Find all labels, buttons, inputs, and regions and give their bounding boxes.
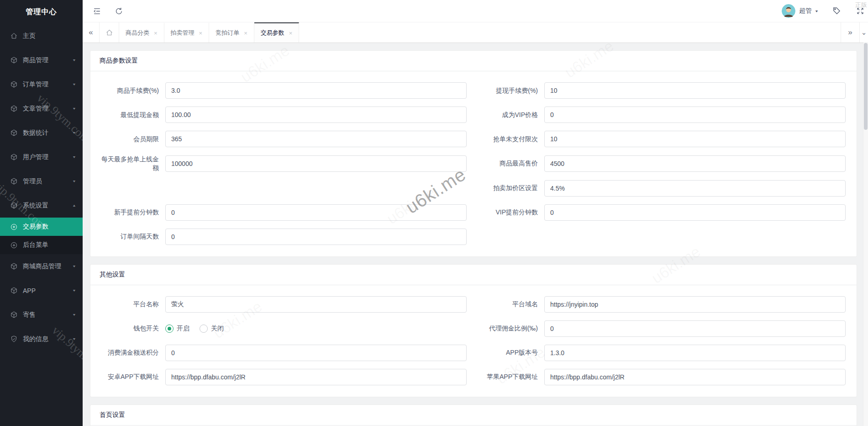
- close-icon[interactable]: ×: [289, 30, 293, 37]
- close-icon[interactable]: ×: [199, 30, 203, 37]
- sidebar-item-articles[interactable]: 文章管理 ▼: [0, 96, 83, 121]
- caret-down-icon: ▼: [72, 131, 76, 135]
- topbar-right: 超管 ▼: [782, 0, 842, 22]
- platform-name-input[interactable]: [165, 296, 467, 313]
- platform-domain-label: 平台域名: [480, 300, 538, 309]
- cube-icon: [10, 202, 18, 209]
- sidebar-item-mall-goods[interactable]: 商城商品管理 ▼: [0, 254, 83, 278]
- cube-icon: [10, 153, 18, 161]
- sidebar-item-home[interactable]: 主页: [0, 24, 83, 48]
- caret-down-icon: ▼: [72, 337, 76, 341]
- sidebar-item-system-settings[interactable]: 系统设置 ▲: [0, 193, 83, 218]
- sidebar-item-my-info[interactable]: 我的信息 ▼: [0, 327, 83, 351]
- withdraw-fee-label: 提现手续费(%): [480, 86, 538, 95]
- order-gap-days-input[interactable]: [165, 229, 467, 245]
- close-icon[interactable]: ×: [244, 30, 247, 37]
- home-tab[interactable]: [100, 22, 119, 43]
- app-version-input[interactable]: [544, 345, 846, 361]
- tab-trade-params[interactable]: 交易参数 ×: [254, 22, 300, 43]
- cube-icon: [10, 287, 18, 294]
- scrollbar-track[interactable]: [863, 42, 868, 426]
- tag-icon[interactable]: [831, 5, 842, 17]
- member-days-input[interactable]: [165, 131, 467, 147]
- close-icon[interactable]: ×: [154, 30, 158, 37]
- tabs-menu-button[interactable]: ⌄: [859, 22, 868, 43]
- app-title: 管理中心: [0, 0, 83, 24]
- daily-max-label: 每天最多抢单上线金额: [101, 155, 159, 172]
- section-title: 首页设置: [90, 405, 857, 426]
- wallet-switch-radio-group: 开启 关闭: [165, 325, 234, 333]
- sidebar-item-trade-params[interactable]: 交易参数: [0, 218, 83, 236]
- sidebar-item-stats[interactable]: 数据统计 ▼: [0, 121, 83, 145]
- refresh-icon[interactable]: [113, 5, 125, 17]
- caret-down-icon: ▼: [72, 180, 76, 183]
- unpaid-limit-input[interactable]: [544, 131, 846, 147]
- plus-circle-icon: [10, 223, 18, 231]
- sidebar-item-orders[interactable]: 订单管理 ▼: [0, 72, 83, 96]
- wallet-on-radio[interactable]: [165, 325, 174, 333]
- tab-auction-manage[interactable]: 拍卖管理 ×: [164, 22, 210, 43]
- android-url-input[interactable]: [165, 369, 467, 385]
- scrollbar-thumb[interactable]: [864, 43, 868, 130]
- member-days-label: 会员期限: [101, 135, 159, 144]
- agent-commission-input[interactable]: [544, 320, 846, 337]
- tab-goods-category[interactable]: 商品分类 ×: [119, 22, 164, 43]
- caret-down-icon: ▼: [72, 59, 76, 62]
- tabbar-right: » ⌄: [841, 22, 868, 43]
- platform-domain-input[interactable]: [544, 296, 846, 313]
- sidebar-item-app[interactable]: APP ▼: [0, 278, 83, 303]
- cube-icon: [10, 129, 18, 137]
- section-other-settings: 其他设置 平台名称 平台域名 钱包开关: [90, 264, 857, 397]
- withdraw-fee-input[interactable]: [544, 82, 846, 99]
- goods-fee-input[interactable]: [165, 82, 467, 99]
- caret-down-icon: ▼: [72, 265, 76, 268]
- shield-check-icon: [10, 335, 18, 343]
- goods-fee-label: 商品手续费(%): [101, 86, 159, 95]
- cube-icon: [10, 105, 18, 112]
- caret-down-icon: ▼: [72, 107, 76, 111]
- topbar: 超管 ▼ 正版: [83, 0, 868, 22]
- section-title: 其他设置: [90, 265, 857, 285]
- ios-url-label: 苹果APP下载网址: [480, 373, 538, 381]
- vip-minutes-input[interactable]: [544, 204, 846, 221]
- caret-down-icon: ▼: [72, 313, 76, 317]
- menu-fold-icon[interactable]: [91, 5, 103, 17]
- admin-page: 管理中心 主页 商品管理 ▼ 订单管理 ▼ 文章管理 ▼: [0, 0, 868, 426]
- max-price-input[interactable]: [544, 155, 846, 172]
- min-withdraw-input[interactable]: [165, 106, 467, 123]
- section-title: 商品参数设置: [90, 51, 857, 71]
- auction-range-input[interactable]: [544, 180, 846, 197]
- sidebar-item-backend-menu[interactable]: 后台菜单: [0, 236, 83, 254]
- user-menu-caret-icon[interactable]: ▼: [815, 10, 819, 13]
- user-name[interactable]: 超管: [799, 7, 812, 15]
- sidebar-item-goods[interactable]: 商品管理 ▼: [0, 48, 83, 72]
- caret-up-icon: ▲: [72, 204, 76, 208]
- sidebar-item-admins[interactable]: 管理员 ▼: [0, 169, 83, 193]
- tab-bid-orders[interactable]: 竞拍订单 ×: [209, 22, 254, 43]
- wallet-off-radio[interactable]: [200, 325, 208, 333]
- android-url-label: 安卓APP下载网址: [101, 373, 159, 381]
- main-area: 超管 ▼ 正版 « 商品分类 × 拍卖管理 ×: [83, 0, 868, 426]
- vip-price-input[interactable]: [544, 106, 846, 123]
- sidebar-item-consignment[interactable]: 寄售 ▼: [0, 303, 83, 327]
- ios-url-input[interactable]: [544, 369, 846, 385]
- vip-minutes-label: VIP提前分钟数: [480, 208, 538, 217]
- content: 商品参数设置 商品手续费(%) 提现手续费(%): [83, 43, 868, 426]
- vip-price-label: 成为VIP价格: [480, 111, 538, 119]
- sidebar-item-users[interactable]: 用户管理 ▼: [0, 145, 83, 169]
- tabs-scroll-right-button[interactable]: »: [841, 22, 859, 43]
- order-gap-days-label: 订单间隔天数: [101, 232, 159, 241]
- points-per-amount-input[interactable]: [165, 345, 467, 361]
- novice-minutes-input[interactable]: [165, 204, 467, 221]
- auction-range-label: 拍卖加价区设置: [480, 184, 538, 192]
- tabs-scroll-left-button[interactable]: «: [83, 22, 100, 43]
- cube-icon: [10, 56, 18, 64]
- cube-icon: [10, 80, 18, 88]
- agent-commission-label: 代理佣金比例(‰): [480, 324, 538, 333]
- caret-down-icon: ▼: [72, 83, 76, 86]
- cube-icon: [10, 177, 18, 185]
- avatar[interactable]: [782, 4, 795, 18]
- wallet-switch-label: 钱包开关: [101, 324, 159, 333]
- daily-max-input[interactable]: [165, 155, 467, 172]
- novice-minutes-label: 新手提前分钟数: [101, 208, 159, 217]
